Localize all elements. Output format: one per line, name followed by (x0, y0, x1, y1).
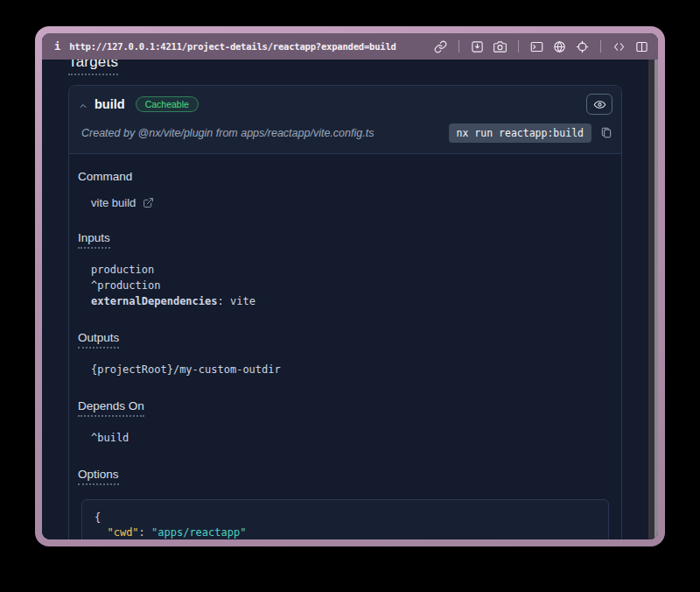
camera-icon (494, 40, 507, 53)
external-link-icon (143, 197, 154, 208)
locate-button[interactable] (575, 39, 590, 54)
build-card-header: build Cacheable Created by @nx/vite/plug… (69, 86, 621, 154)
url-toolbar: i http://127.0.0.1:4211/project-details/… (42, 33, 658, 60)
chevron-up-icon (78, 99, 88, 109)
copy-command-button[interactable] (599, 126, 612, 140)
open-in-editor-button[interactable] (612, 39, 626, 54)
target-name: build (94, 97, 125, 111)
viewport: Targets build Cacheable (42, 60, 658, 539)
inputs-heading: Inputs (78, 231, 110, 249)
options-heading: Options (78, 468, 119, 485)
command-value: vite build (91, 196, 136, 209)
depends-on-heading: Depends On (78, 399, 144, 417)
project-details-page: Targets build Cacheable (42, 60, 648, 539)
columns-icon (635, 40, 648, 53)
command-heading: Command (78, 170, 612, 183)
copy-link-button[interactable] (433, 39, 448, 54)
build-header-meta: Created by @nx/vite/plugin from apps/rea… (69, 118, 621, 153)
build-header-row[interactable]: build Cacheable (69, 86, 621, 118)
link-icon (434, 40, 447, 53)
open-config-button[interactable] (142, 197, 154, 209)
section-depends-on: Depends On ^build (78, 399, 612, 446)
code-icon (612, 40, 626, 53)
download-icon (471, 40, 484, 53)
page-title: Targets (68, 60, 622, 75)
section-command: Command vite build (78, 170, 612, 209)
terminal-icon (530, 40, 543, 53)
section-outputs: Outputs {projectRoot}/my-custom-outdir (78, 331, 612, 377)
network-button[interactable] (552, 39, 567, 54)
eye-icon (593, 98, 606, 111)
options-code-block: { "cwd": "apps/reactapp" } (81, 499, 609, 539)
split-view-button[interactable] (634, 39, 649, 54)
json-key: "cwd" (107, 526, 138, 539)
info-icon[interactable]: i (54, 40, 60, 53)
window-inner: i http://127.0.0.1:4211/project-details/… (42, 33, 658, 539)
crosshair-icon (576, 40, 589, 53)
toolbar-actions (433, 39, 649, 54)
vertical-scrollbar[interactable] (648, 60, 658, 539)
section-options: Options { "cwd": "apps/reactapp" } (78, 468, 612, 539)
depends-on-item: ^build (91, 430, 612, 446)
json-value: "apps/reactapp" (151, 526, 246, 539)
globe-icon (553, 40, 566, 53)
build-card-body: Command vite build Inputs pro (69, 154, 621, 539)
toolbar-divider (600, 40, 601, 53)
section-inputs: Inputs production ^production externalDe… (78, 231, 612, 309)
toolbar-divider (458, 40, 459, 53)
screenshot-button[interactable] (493, 39, 508, 54)
outputs-heading: Outputs (78, 331, 119, 349)
target-card-build: build Cacheable Created by @nx/vite/plug… (68, 85, 622, 539)
run-command-chip: nx run reactapp:build (449, 123, 592, 143)
created-by-text: Created by @nx/vite/plugin from apps/rea… (81, 127, 449, 139)
download-button[interactable] (470, 39, 485, 54)
clipboard-icon (600, 126, 612, 139)
browser-preview-window: i http://127.0.0.1:4211/project-details/… (35, 26, 665, 546)
output-item: {projectRoot}/my-custom-outdir (91, 362, 612, 377)
input-item: production (91, 262, 612, 278)
view-target-button[interactable] (586, 94, 612, 115)
terminal-button[interactable] (529, 39, 544, 54)
input-item: ^production (91, 278, 612, 293)
targets-heading: Targets (68, 60, 118, 75)
input-item: externalDependencies: vite (91, 293, 612, 309)
url-text[interactable]: http://127.0.0.1:4211/project-details/re… (69, 41, 433, 52)
toolbar-divider (518, 40, 519, 53)
cacheable-badge: Cacheable (136, 96, 199, 112)
